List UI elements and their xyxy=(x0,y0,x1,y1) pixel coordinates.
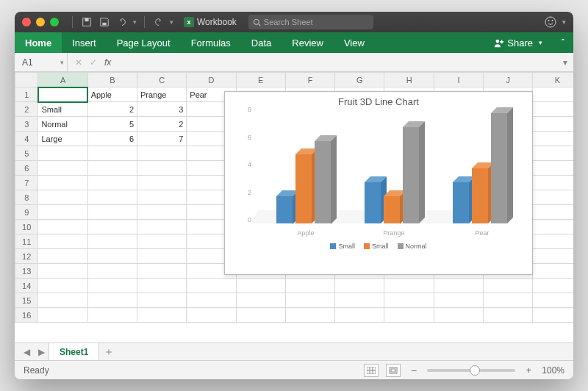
cell-B16[interactable] xyxy=(87,308,137,323)
name-box-dropdown-icon[interactable]: ▾ xyxy=(60,59,64,66)
cell-C13[interactable] xyxy=(137,264,187,279)
cell-C1[interactable]: Prange xyxy=(137,87,187,102)
embedded-chart[interactable]: Fruit 3D Line Chart 02468 ApplePrangePea… xyxy=(224,91,533,275)
cell-B12[interactable] xyxy=(87,249,137,264)
cell-K12[interactable] xyxy=(533,249,573,264)
row-header-1[interactable]: 1 xyxy=(15,87,38,102)
row-header-4[interactable]: 4 xyxy=(15,132,38,146)
cell-G16[interactable] xyxy=(335,308,384,323)
cell-B10[interactable] xyxy=(87,220,137,234)
cell-B3[interactable]: 5 xyxy=(87,117,137,132)
save-icon[interactable] xyxy=(98,15,111,29)
name-box[interactable]: A1 ▾ xyxy=(15,53,68,71)
cell-K10[interactable] xyxy=(533,220,573,234)
cell-E14[interactable] xyxy=(236,279,285,293)
redo-icon[interactable] xyxy=(152,15,165,29)
cell-C15[interactable] xyxy=(137,293,187,308)
redo-dropdown-icon[interactable]: ▾ xyxy=(170,18,173,26)
row-header-7[interactable]: 7 xyxy=(15,176,38,190)
cell-J16[interactable] xyxy=(484,308,533,323)
select-all-corner[interactable] xyxy=(15,73,38,87)
cell-A13[interactable] xyxy=(38,264,87,279)
cell-C3[interactable]: 2 xyxy=(137,117,187,132)
accept-formula-icon[interactable]: ✓ xyxy=(90,57,97,68)
undo-dropdown-icon[interactable]: ▾ xyxy=(133,18,137,26)
cell-K2[interactable] xyxy=(533,102,573,117)
cell-D15[interactable] xyxy=(187,293,236,308)
cell-B14[interactable] xyxy=(87,279,137,293)
row-header-14[interactable]: 14 xyxy=(15,279,38,293)
cell-B7[interactable] xyxy=(87,176,137,190)
cell-C16[interactable] xyxy=(137,308,187,323)
cell-F16[interactable] xyxy=(285,308,334,323)
row-header-3[interactable]: 3 xyxy=(15,117,38,132)
cell-B8[interactable] xyxy=(87,190,137,205)
cell-H16[interactable] xyxy=(384,308,434,323)
cell-K4[interactable] xyxy=(533,132,573,146)
cell-B11[interactable] xyxy=(87,234,137,249)
cell-A11[interactable] xyxy=(38,234,87,249)
cell-C2[interactable]: 3 xyxy=(137,102,187,117)
sheet-tab-active[interactable]: Sheet1 xyxy=(49,343,99,360)
row-header-12[interactable]: 12 xyxy=(15,249,38,264)
column-header-K[interactable]: K xyxy=(533,73,573,87)
cell-D16[interactable] xyxy=(187,308,236,323)
sheet-nav-next-icon[interactable]: ▶ xyxy=(34,347,49,357)
user-dropdown-icon[interactable]: ▾ xyxy=(562,18,566,26)
minimize-window-button[interactable] xyxy=(36,18,45,26)
cell-C5[interactable] xyxy=(137,146,187,161)
share-dropdown-icon[interactable]: ▾ xyxy=(539,39,542,46)
cell-A15[interactable] xyxy=(38,293,87,308)
column-header-G[interactable]: G xyxy=(335,73,384,87)
cell-B2[interactable]: 2 xyxy=(87,102,137,117)
cell-K13[interactable] xyxy=(533,264,573,279)
ribbon-collapse-icon[interactable]: ˆ xyxy=(553,32,573,53)
cell-K6[interactable] xyxy=(533,161,573,176)
cell-J15[interactable] xyxy=(484,293,533,308)
cell-A7[interactable] xyxy=(38,176,87,190)
autosave-icon[interactable] xyxy=(80,15,93,29)
cell-K15[interactable] xyxy=(533,293,573,308)
undo-icon[interactable] xyxy=(115,15,129,29)
row-header-15[interactable]: 15 xyxy=(15,293,38,308)
row-header-8[interactable]: 8 xyxy=(15,190,38,205)
formula-input[interactable] xyxy=(118,53,557,71)
cell-C11[interactable] xyxy=(137,234,187,249)
column-header-D[interactable]: D xyxy=(187,73,236,87)
cell-E16[interactable] xyxy=(236,308,285,323)
cell-A1[interactable] xyxy=(38,87,87,102)
cell-A8[interactable] xyxy=(38,190,87,205)
cell-C4[interactable]: 7 xyxy=(137,132,187,146)
cell-C14[interactable] xyxy=(137,279,187,293)
cell-F14[interactable] xyxy=(285,279,334,293)
user-smiley-icon[interactable] xyxy=(545,16,556,28)
cell-B15[interactable] xyxy=(87,293,137,308)
share-button[interactable]: Share ▾ xyxy=(484,32,553,53)
cell-K1[interactable] xyxy=(533,87,573,102)
spreadsheet-grid[interactable]: ABCDEFGHIJKL1ApplePrangePear2Small2333No… xyxy=(15,72,573,342)
tab-formulas[interactable]: Formulas xyxy=(181,32,241,53)
cell-I14[interactable] xyxy=(434,279,483,293)
column-header-C[interactable]: C xyxy=(137,73,187,87)
sheet-nav-prev-icon[interactable]: ◀ xyxy=(19,347,34,357)
cell-B5[interactable] xyxy=(87,146,137,161)
row-header-5[interactable]: 5 xyxy=(15,146,38,161)
column-header-I[interactable]: I xyxy=(434,73,483,87)
maximize-window-button[interactable] xyxy=(50,18,59,26)
cell-I15[interactable] xyxy=(434,293,483,308)
cell-C10[interactable] xyxy=(137,220,187,234)
cell-A12[interactable] xyxy=(38,249,87,264)
cell-B1[interactable]: Apple xyxy=(87,87,137,102)
cell-H14[interactable] xyxy=(384,279,434,293)
cell-H15[interactable] xyxy=(384,293,434,308)
column-header-H[interactable]: H xyxy=(384,73,434,87)
column-header-F[interactable]: F xyxy=(285,73,334,87)
tab-page-layout[interactable]: Page Layout xyxy=(107,32,181,53)
cell-K11[interactable] xyxy=(533,234,573,249)
cell-A6[interactable] xyxy=(38,161,87,176)
cell-K7[interactable] xyxy=(533,176,573,190)
cell-C7[interactable] xyxy=(137,176,187,190)
cell-G15[interactable] xyxy=(335,293,384,308)
cell-E15[interactable] xyxy=(236,293,285,308)
row-header-16[interactable]: 16 xyxy=(15,308,38,323)
